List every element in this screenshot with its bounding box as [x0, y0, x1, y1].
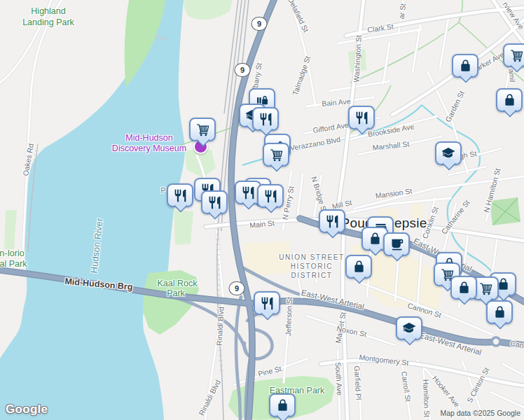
poi-marker-shopping-cart[interactable] [263, 143, 289, 167]
shopping-bag-icon [352, 260, 366, 274]
restaurant-icon [241, 186, 256, 200]
shopping-bag-icon [368, 232, 382, 246]
google-logo[interactable]: Google [6, 402, 48, 416]
restaurant-icon [260, 296, 275, 311]
restaurant-icon [325, 214, 340, 229]
poi-marker-restaurant[interactable] [254, 291, 280, 315]
school-icon [441, 146, 456, 161]
poi-marker-cafe[interactable] [383, 232, 410, 256]
shopping-cart-icon [269, 148, 284, 162]
poi-marker-shopping-bag[interactable] [452, 54, 478, 78]
shopping-bag-icon [457, 281, 471, 295]
poi-marker-shopping-bag[interactable] [269, 393, 296, 417]
poi-markers-layer [0, 0, 524, 420]
restaurant-icon [354, 111, 369, 125]
cafe-icon [389, 237, 404, 252]
poi-marker-school[interactable] [435, 141, 462, 165]
shopping-cart-icon [478, 281, 493, 296]
poi-marker-restaurant[interactable] [167, 183, 193, 207]
poi-marker-shopping-bag[interactable] [496, 88, 523, 112]
poi-marker-shopping-bag[interactable] [345, 255, 372, 279]
poi-marker-shopping-bag[interactable] [450, 276, 477, 300]
shopping-bag-icon [502, 93, 517, 108]
poi-marker-restaurant[interactable] [348, 106, 375, 130]
map-attribution: Map data ©2025 Google [440, 409, 520, 417]
shopping-bag-icon [458, 59, 473, 74]
shopping-bag-icon [492, 305, 507, 320]
restaurant-icon [173, 188, 188, 203]
school-icon [401, 321, 417, 336]
shopping-cart-icon [195, 122, 210, 137]
restaurant-icon [207, 195, 222, 210]
map-canvas[interactable]: HighlandLanding ParkOakes RdMid-HudsonDi… [0, 0, 524, 420]
poi-marker-shopping-cart[interactable] [189, 118, 216, 141]
poi-marker-shopping-cart[interactable] [503, 43, 524, 67]
restaurant-icon [263, 189, 278, 204]
shopping-cart-icon [509, 48, 524, 63]
restaurant-icon [258, 112, 273, 127]
shopping-bag-icon [275, 398, 290, 413]
poi-marker-restaurant[interactable] [201, 190, 228, 214]
poi-marker-shopping-bag[interactable] [486, 300, 513, 324]
poi-marker-restaurant[interactable] [252, 107, 279, 131]
poi-marker-school[interactable] [396, 316, 422, 340]
poi-marker-restaurant[interactable] [257, 184, 284, 208]
poi-marker-restaurant[interactable] [319, 209, 345, 233]
